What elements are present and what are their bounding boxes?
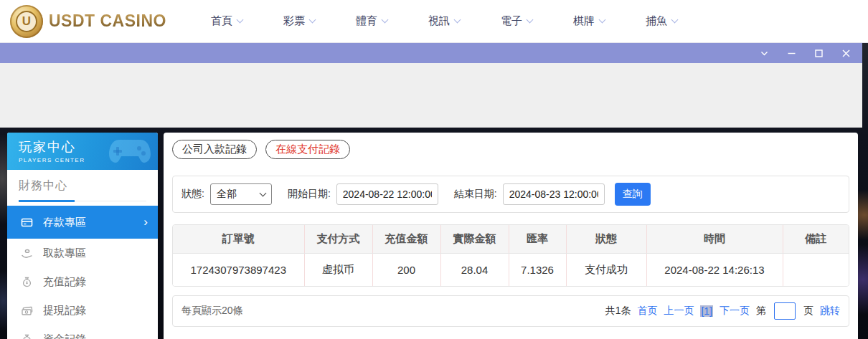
- coin-letter: U: [16, 11, 37, 32]
- collapse-icon[interactable]: [760, 49, 769, 58]
- col-remark: 備註: [783, 225, 849, 253]
- cell-order-no: 1724307973897423: [173, 253, 304, 286]
- filter-bar: 狀態: 全部 開始日期: 結束日期: 查詢: [172, 176, 849, 213]
- end-date-label: 結束日期:: [454, 188, 497, 201]
- tab-online-payment-records[interactable]: 在線支付記錄: [265, 140, 350, 159]
- col-time: 時間: [646, 225, 783, 253]
- query-button[interactable]: 查詢: [615, 183, 651, 206]
- jump-suffix-label: 页: [803, 305, 813, 317]
- prev-page-link[interactable]: 上一页: [664, 305, 694, 317]
- cell-recharge-amount: 200: [372, 253, 440, 286]
- casino-player-center-page: U USDT CASINO 首頁 彩票 體育 視訊 電子 棋牌: [0, 0, 868, 339]
- chevron-down-icon: [671, 16, 679, 24]
- record-tabs: 公司入款記錄 在線支付記錄: [172, 140, 849, 159]
- cell-status: 支付成功: [566, 253, 646, 286]
- chevron-down-icon: [599, 16, 606, 24]
- page-size-text: 每頁顯示20條: [181, 305, 243, 317]
- table-header-row: 訂單號 支付方式 充值金額 實際金額 匯率 狀態 時間 備註: [173, 225, 849, 253]
- status-label: 狀態:: [181, 188, 204, 201]
- sidebar-item-label: 資金記錄: [43, 333, 86, 339]
- col-status: 狀態: [566, 225, 646, 253]
- next-page-link[interactable]: 下一页: [720, 305, 750, 317]
- nav-item-home[interactable]: 首頁: [211, 14, 242, 28]
- col-pay-method: 支付方式: [304, 225, 372, 253]
- withdraw-hand-icon: [20, 248, 33, 259]
- col-actual-amount: 實際金額: [440, 225, 509, 253]
- start-date-input[interactable]: [336, 183, 438, 205]
- section-underline: [19, 200, 146, 202]
- nav-item-cards[interactable]: 棋牌: [573, 14, 605, 28]
- page-jump-input[interactable]: [774, 302, 796, 320]
- cell-actual-amount: 28.04: [440, 253, 509, 286]
- current-page-indicator: [1]: [700, 305, 713, 317]
- main-nav: 首頁 彩票 體育 視訊 電子 棋牌 捕魚: [211, 14, 677, 28]
- sidebar-section: 財務中心: [7, 170, 158, 202]
- window-titlebar: [0, 43, 862, 63]
- status-select-value: 全部: [217, 188, 237, 201]
- pagination-bar: 每頁顯示20條 共1条 首页 上一页 [1] 下一页 第 页 跳转: [172, 295, 849, 327]
- cashout-notes-icon: [20, 305, 33, 316]
- deposit-card-icon: [20, 217, 33, 228]
- chevron-down-icon: [237, 16, 244, 24]
- sidebar: 玩家中心 PLAYERS CENTER 財務中心 存款專區: [7, 133, 158, 339]
- nav-label: 捕魚: [646, 14, 667, 28]
- col-recharge-amount: 充值金額: [372, 225, 440, 253]
- chevron-down-icon: [527, 16, 534, 24]
- tab-company-deposit-records[interactable]: 公司入款記錄: [172, 140, 257, 159]
- end-date-input[interactable]: [503, 183, 605, 205]
- brand-logo[interactable]: U USDT CASINO: [0, 5, 166, 38]
- nav-item-fishing[interactable]: 捕魚: [646, 14, 677, 28]
- col-order-no: 訂單號: [173, 225, 304, 253]
- maximize-icon[interactable]: [814, 49, 824, 58]
- sidebar-item-recharge-records[interactable]: 充值記錄: [7, 267, 158, 296]
- chevron-right-icon: ›: [143, 216, 148, 228]
- nav-label: 電子: [501, 14, 522, 28]
- recharge-bag-icon: [20, 277, 33, 287]
- brand-title: USDT CASINO: [49, 11, 166, 31]
- start-date-label: 開始日期:: [288, 188, 331, 201]
- cell-rate: 7.1326: [509, 253, 566, 286]
- cell-pay-method: 虚拟币: [304, 253, 372, 286]
- status-select[interactable]: 全部: [210, 183, 272, 205]
- nav-label: 彩票: [283, 14, 305, 28]
- sidebar-header: 玩家中心 PLAYERS CENTER: [7, 133, 158, 170]
- close-icon[interactable]: [841, 49, 851, 58]
- gamepad-icon: [106, 135, 154, 170]
- cell-remark: [783, 253, 849, 286]
- jump-prefix-label: 第: [756, 305, 766, 317]
- nav-item-video[interactable]: 視訊: [428, 14, 460, 28]
- site-header: U USDT CASINO 首頁 彩票 體育 視訊 電子 棋牌: [0, 0, 868, 43]
- records-table: 訂單號 支付方式 充值金額 實際金額 匯率 狀態 時間 備註 172430797…: [173, 225, 849, 286]
- sidebar-item-label: 充值記錄: [43, 275, 86, 289]
- sidebar-item-label: 存款專區: [43, 216, 86, 229]
- total-count-text: 共1条: [605, 305, 631, 317]
- main-panel: 公司入款記錄 在線支付記錄 狀態: 全部 開始日期: 結束日期: 查詢: [164, 133, 858, 339]
- chevron-down-icon: [259, 189, 266, 196]
- sidebar-item-withdraw[interactable]: 取款專區: [7, 239, 158, 267]
- nav-item-lottery[interactable]: 彩票: [283, 14, 315, 28]
- nav-label: 視訊: [428, 14, 450, 28]
- nav-label: 體育: [356, 14, 377, 28]
- table-row: 1724307973897423 虚拟币 200 28.04 7.1326 支付…: [173, 253, 849, 286]
- jump-action-link[interactable]: 跳转: [820, 305, 840, 317]
- col-rate: 匯率: [509, 225, 566, 253]
- sidebar-item-deposit[interactable]: 存款專區 ›: [7, 206, 158, 239]
- sidebar-item-label: 提現記錄: [43, 304, 86, 317]
- sidebar-item-cashout-records[interactable]: 提現記錄: [7, 296, 158, 325]
- coin-logo-icon: U: [10, 5, 43, 38]
- records-table-container: 訂單號 支付方式 充值金額 實際金額 匯率 狀態 時間 備註 172430797…: [172, 224, 849, 287]
- pager: 共1条 首页 上一页 [1] 下一页 第 页 跳转: [605, 302, 840, 320]
- cell-time: 2024-08-22 14:26:13: [646, 253, 783, 286]
- chevron-down-icon: [454, 16, 461, 24]
- nav-item-sports[interactable]: 體育: [356, 14, 387, 28]
- sidebar-item-label: 取款專區: [43, 247, 86, 260]
- empty-content-zone: [0, 63, 862, 128]
- nav-label: 首頁: [211, 14, 232, 28]
- first-page-link[interactable]: 首页: [637, 305, 657, 317]
- sidebar-menu: 存款專區 › 取款專區 充值記錄 提現記錄: [7, 206, 158, 339]
- nav-item-slots[interactable]: 電子: [501, 14, 532, 28]
- minimize-icon[interactable]: [787, 49, 796, 58]
- funds-bag-icon: [20, 334, 33, 339]
- nav-label: 棋牌: [573, 14, 595, 28]
- sidebar-item-funds-records[interactable]: 資金記錄: [7, 325, 158, 339]
